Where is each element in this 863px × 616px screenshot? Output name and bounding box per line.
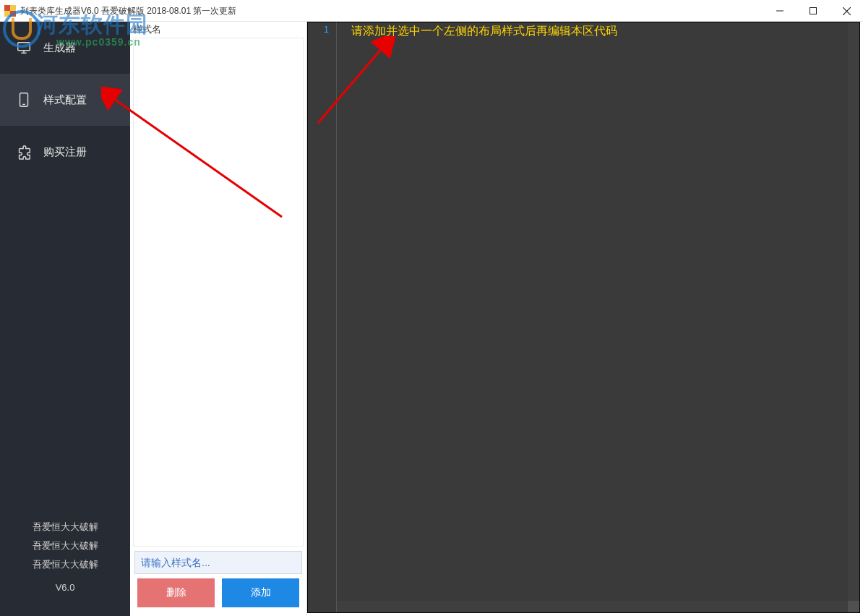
app-icon [4, 5, 16, 17]
sidebar-credit-line: 吾爱恒大大破解 [0, 555, 130, 574]
maximize-button[interactable] [797, 0, 830, 22]
delete-button[interactable]: 删除 [137, 578, 215, 607]
add-button[interactable]: 添加 [222, 578, 299, 607]
puzzle-icon [16, 144, 32, 160]
title-bar: 列表类库生成器V6.0 吾爱破解版 2018-08.01 第一次更新 [0, 0, 863, 22]
line-number: 1 [308, 22, 336, 35]
minimize-button[interactable] [763, 0, 797, 22]
sidebar-footer: 吾爱恒大大破解 吾爱恒大大破解 吾爱恒大大破解 V6.0 [0, 518, 130, 616]
window-title: 列表类库生成器V6.0 吾爱破解版 2018-08.01 第一次更新 [20, 0, 236, 22]
svg-rect-4 [18, 43, 30, 51]
sidebar-item-label: 样式配置 [43, 93, 87, 107]
sidebar: 生成器 样式配置 购买注册 吾爱恒大大破解 吾爱恒大大破解 吾爱恒大大破解 V6… [0, 22, 130, 616]
style-name-input[interactable] [134, 551, 302, 574]
vertical-scrollbar[interactable] [848, 22, 859, 601]
editor-placeholder: 请添加并选中一个左侧的布局样式后再编辑本区代码 [337, 22, 848, 39]
horizontal-scrollbar[interactable] [337, 601, 848, 612]
code-editor[interactable]: 1 请添加并选中一个左侧的布局样式后再编辑本区代码 [307, 22, 860, 613]
sidebar-version: V6.0 [0, 578, 130, 597]
editor-body[interactable]: 请添加并选中一个左侧的布局样式后再编辑本区代码 [337, 22, 848, 601]
sidebar-item-style-config[interactable]: 样式配置 [0, 74, 130, 126]
minimize-icon [776, 7, 783, 14]
svg-rect-1 [810, 8, 817, 14]
scroll-corner [848, 601, 859, 612]
style-list[interactable] [133, 38, 304, 547]
phone-icon [16, 92, 32, 108]
maximize-icon [810, 7, 817, 14]
sidebar-item-generator[interactable]: 生成器 [0, 22, 130, 74]
monitor-icon [16, 40, 32, 56]
editor-gutter: 1 [308, 22, 337, 612]
close-button[interactable] [830, 0, 863, 22]
style-column: 样式名 删除 添加 [130, 22, 307, 616]
window-controls [763, 0, 863, 22]
close-icon [843, 7, 851, 15]
sidebar-credit-line: 吾爱恒大大破解 [0, 536, 130, 555]
sidebar-item-purchase[interactable]: 购买注册 [0, 126, 130, 178]
style-column-header: 样式名 [130, 22, 306, 38]
sidebar-item-label: 生成器 [43, 41, 76, 55]
sidebar-item-label: 购买注册 [43, 145, 87, 159]
sidebar-nav: 生成器 样式配置 购买注册 [0, 22, 130, 178]
sidebar-credit-line: 吾爱恒大大破解 [0, 518, 130, 536]
